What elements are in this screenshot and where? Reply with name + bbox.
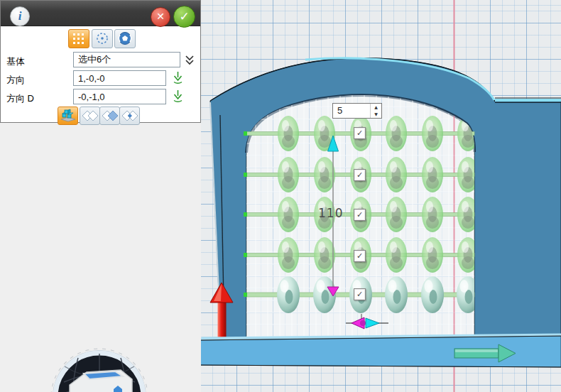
confirm-button[interactable]: ✓	[173, 6, 195, 28]
pick-direction-icon[interactable]	[172, 70, 184, 84]
row-checkbox-3[interactable]: ✓	[354, 209, 366, 221]
row-checkbox-1[interactable]: ✓	[354, 127, 366, 139]
direction-input[interactable]	[73, 70, 166, 86]
field-label-direction: 方向	[6, 74, 25, 87]
diamond-filled-icon	[102, 109, 119, 124]
tab-point-pattern[interactable]	[114, 29, 136, 48]
variant-diamonds-plain-button[interactable]	[80, 107, 100, 125]
dialog-title-bar[interactable]: i ✕ ✓	[1, 1, 200, 26]
handle-joint[interactable]	[360, 320, 366, 326]
pattern-count-spinner[interactable]: 5 ▲ ▼	[332, 103, 382, 119]
tab-linear-pattern[interactable]	[68, 29, 89, 48]
variant-solid-boxes-button[interactable]	[58, 107, 78, 125]
spinner-value[interactable]: 5	[333, 104, 370, 118]
info-icon[interactable]: i	[10, 6, 30, 26]
boxes-3d-icon	[60, 109, 77, 124]
row-checkbox-4[interactable]: ✓	[354, 250, 366, 262]
view-navigation-ball[interactable]	[41, 345, 158, 392]
spinner-down-icon[interactable]: ▼	[371, 111, 381, 118]
row-checkbox-2[interactable]: ✓	[354, 169, 366, 181]
field-label-base: 基体	[6, 55, 25, 68]
two-diamonds-icon	[82, 109, 99, 124]
circular-pattern-icon	[95, 31, 109, 45]
dimension-value: 110	[318, 206, 343, 220]
variant-diamond-filled-button[interactable]	[99, 107, 120, 125]
direction-d-input[interactable]	[73, 89, 166, 104]
chevron-double-down-icon[interactable]	[184, 55, 195, 66]
tab-circular-pattern[interactable]	[92, 29, 113, 48]
sphere-pattern-icon	[118, 31, 132, 45]
pick-direction-d-icon[interactable]	[172, 89, 184, 102]
pattern-dialog: i ✕ ✓ 基体 方向 方向 D	[0, 0, 201, 123]
variant-diamond-center-button[interactable]	[119, 107, 140, 125]
cancel-button[interactable]: ✕	[151, 7, 170, 27]
diamond-center-dot-icon	[121, 109, 138, 124]
base-entities-input[interactable]	[73, 52, 180, 67]
row-checkbox-5[interactable]: ✓	[354, 288, 366, 300]
field-label-direction-d: 方向 D	[6, 92, 34, 105]
left-panel	[0, 123, 201, 392]
spinner-up-icon[interactable]: ▲	[371, 104, 381, 111]
linear-pattern-icon	[72, 31, 86, 45]
